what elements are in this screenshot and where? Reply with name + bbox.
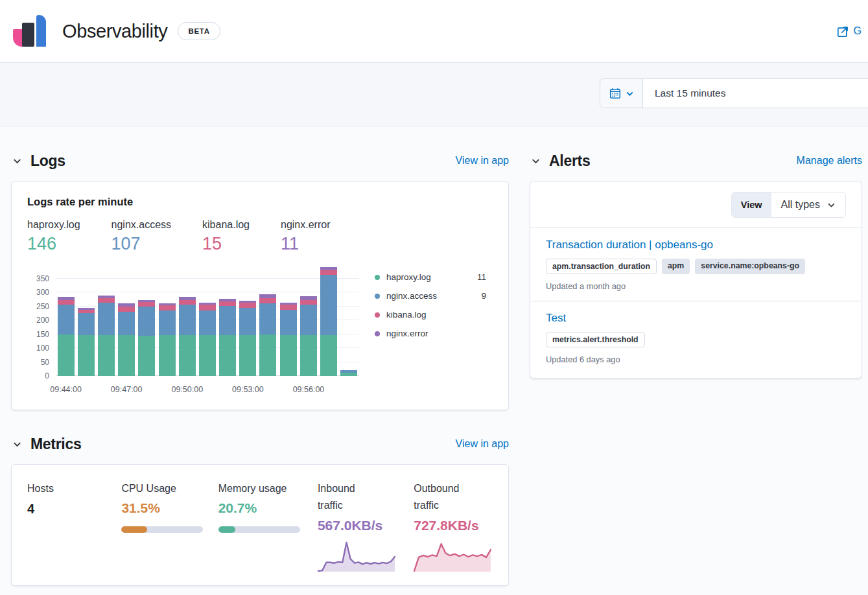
dot-icon xyxy=(375,275,380,280)
legend-value: 9 xyxy=(476,291,486,301)
log-stat-value: 146 xyxy=(27,234,80,254)
stacked-bar[interactable] xyxy=(340,370,357,376)
chevron-down-icon xyxy=(12,439,22,449)
legend-item[interactable]: nginx.error xyxy=(375,329,486,338)
bar-segment xyxy=(179,300,196,305)
feedback-link-label: G xyxy=(854,25,862,37)
alert-type-badge: apm.transaction_duration xyxy=(546,259,657,274)
stacked-bar[interactable] xyxy=(159,303,176,376)
metrics-view-in-app-link[interactable]: View in app xyxy=(456,438,509,450)
alerts-collapse-toggle[interactable] xyxy=(530,155,542,167)
metric-value: 727.8KB/s xyxy=(414,518,493,533)
alert-list-item: Test metrics.alert.threshold Updated 6 d… xyxy=(546,301,846,374)
time-range-value[interactable]: Last 15 minutes xyxy=(643,79,725,108)
logs-collapse-toggle[interactable] xyxy=(11,155,23,167)
logs-stats-row: haproxy.log 146 nginx.access 107 kibana.… xyxy=(27,219,493,254)
bar-segment xyxy=(199,305,216,310)
chevron-down-icon xyxy=(531,156,541,166)
app-header: Observability BETA G xyxy=(0,0,868,63)
bar-segment xyxy=(280,335,297,376)
bar-segment xyxy=(259,298,276,303)
alert-tag-badge: service.name:opbeans-go xyxy=(695,259,805,274)
stacked-bar[interactable] xyxy=(320,267,337,376)
bar-segment xyxy=(58,300,75,305)
stacked-bar[interactable] xyxy=(58,297,75,376)
manage-alerts-link[interactable]: Manage alerts xyxy=(797,155,862,167)
stacked-bar[interactable] xyxy=(138,300,155,376)
y-axis-tick-label: 0 xyxy=(26,371,49,380)
bar-segment xyxy=(98,335,115,376)
observability-logo xyxy=(12,15,45,47)
logs-chart: 050100150200250300350 09:44:0009:47:0009… xyxy=(27,264,493,398)
alert-updated-text: Updated a month ago xyxy=(546,281,846,291)
logs-chart-title: Logs rate per minute xyxy=(27,196,493,208)
bar-segment xyxy=(118,307,135,312)
legend-value: 11 xyxy=(472,272,486,282)
alert-title-link[interactable]: Test xyxy=(546,312,566,325)
bar-segment xyxy=(300,300,317,305)
log-stat: nginx.error 11 xyxy=(281,219,330,254)
logo-bar-dark xyxy=(22,23,34,47)
bar-segment xyxy=(138,336,155,376)
bar-segment xyxy=(280,310,297,336)
dot-icon xyxy=(375,312,380,318)
chevron-down-icon xyxy=(626,89,634,98)
y-axis-tick-label: 350 xyxy=(26,274,49,283)
alerts-type-filter[interactable]: View All types xyxy=(731,192,846,218)
alert-title-link[interactable]: Transaction duration | opbeans-go xyxy=(546,239,713,251)
metric-value: 20.7% xyxy=(218,500,318,516)
calendar-icon xyxy=(609,88,621,99)
x-axis-labels: 09:44:0009:47:0009:50:0009:53:0009:56:00 xyxy=(56,376,359,398)
alert-tag-badge: apm xyxy=(662,259,690,274)
stacked-bar[interactable] xyxy=(300,296,317,376)
legend-item[interactable]: haproxy.log 11 xyxy=(375,272,486,282)
legend-item[interactable]: nginx.access 9 xyxy=(375,291,486,301)
logs-section-title: Logs xyxy=(30,152,65,170)
legend-label: nginx.error xyxy=(386,329,428,338)
metric-label: CPU Usage xyxy=(121,480,218,497)
log-stat: nginx.access 107 xyxy=(111,219,172,254)
chevron-down-icon xyxy=(827,201,836,209)
metric-value: 31.5% xyxy=(121,500,218,516)
logs-view-in-app-link[interactable]: View in app xyxy=(456,155,509,167)
bar-segment xyxy=(179,305,196,334)
logs-chart-plot-area: 050100150200250300350 09:44:0009:47:0009… xyxy=(27,264,359,398)
logs-section-header: Logs View in app xyxy=(11,150,509,171)
beta-badge: BETA xyxy=(178,22,220,40)
view-filter-select[interactable]: All types xyxy=(771,192,845,217)
legend-item[interactable]: kibana.log xyxy=(375,310,486,320)
time-range-picker[interactable]: Last 15 minutes xyxy=(600,78,868,108)
stacked-bar[interactable] xyxy=(219,299,236,376)
stacked-bar[interactable] xyxy=(280,303,297,376)
stacked-bar[interactable] xyxy=(98,296,115,376)
log-stat-value: 15 xyxy=(202,234,250,254)
alert-type-badge: metrics.alert.threshold xyxy=(546,332,645,347)
bar-segment xyxy=(199,310,216,335)
bar-segment xyxy=(159,310,176,335)
memory-progress-bar xyxy=(218,526,300,533)
log-stat-label: haproxy.log xyxy=(27,219,80,231)
stacked-bar[interactable] xyxy=(259,294,276,376)
stacked-bar[interactable] xyxy=(118,303,135,376)
give-feedback-link[interactable]: G xyxy=(837,25,862,38)
metrics-collapse-toggle[interactable] xyxy=(11,438,23,450)
y-axis-tick-label: 50 xyxy=(26,358,49,367)
stacked-bar[interactable] xyxy=(199,303,216,376)
bar-segment xyxy=(58,305,75,334)
y-axis-tick-label: 200 xyxy=(26,316,49,325)
log-stat-value: 107 xyxy=(111,234,172,254)
metric-hosts: Hosts 4 xyxy=(27,480,121,572)
stacked-bar[interactable] xyxy=(239,301,256,376)
time-quick-select-button[interactable] xyxy=(600,79,643,108)
bar-segment xyxy=(58,334,75,376)
metrics-section-header: Metrics View in app xyxy=(11,434,509,454)
dot-icon xyxy=(375,294,380,299)
log-stat-label: nginx.access xyxy=(111,219,172,231)
stacked-bar[interactable] xyxy=(78,308,95,376)
bar-segment xyxy=(239,335,256,376)
alert-badges: metrics.alert.threshold xyxy=(546,332,846,347)
stacked-bar[interactable] xyxy=(179,297,196,376)
metric-cpu-usage: CPU Usage 31.5% xyxy=(121,480,218,572)
bar-segment xyxy=(179,335,196,376)
bar-segment xyxy=(159,335,176,376)
